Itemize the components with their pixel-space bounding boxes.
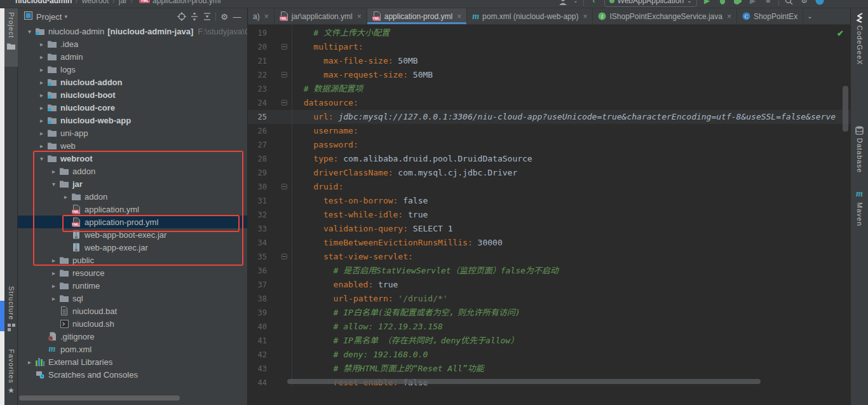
run-configuration-select[interactable]: WebAppApplication ⌄: [604, 0, 697, 7]
code-line-28[interactable]: type: com.alibaba.druid.pool.DruidDataSo…: [294, 152, 532, 166]
nav-breadcrumb-file[interactable]: application-prod.yml: [153, 0, 220, 5]
fold-collapse-icon[interactable]: –: [281, 184, 287, 189]
tree-item-jar[interactable]: ▾jar: [18, 177, 247, 190]
tree-item-runtime[interactable]: ▸runtime: [18, 279, 247, 292]
chevron-right-icon[interactable]: ▸: [36, 92, 47, 99]
tree-item-public[interactable]: ▸public: [18, 254, 247, 266]
code-line-30[interactable]: druid:: [294, 180, 343, 194]
tree-item-logs[interactable]: ▸logs: [18, 63, 247, 76]
code-line-19[interactable]: # 文件上传大小配置: [294, 26, 390, 40]
collapse-all-icon[interactable]: [201, 11, 214, 22]
code-line-21[interactable]: max-file-size: 50MB: [294, 54, 418, 68]
chevron-right-icon[interactable]: ▸: [60, 193, 71, 200]
profiler-button[interactable]: ▶: [748, 0, 758, 6]
chevron-down-icon[interactable]: ▾: [24, 28, 35, 35]
chevron-right-icon[interactable]: ▸: [36, 53, 47, 60]
tree-item-pom-xml[interactable]: mpom.xml: [18, 343, 247, 355]
close-tab-icon[interactable]: ×: [357, 12, 362, 21]
run-button[interactable]: ▶: [702, 0, 712, 6]
tree-item-niucloud-core[interactable]: ▸niucloud-core: [18, 101, 247, 114]
code-line-23[interactable]: # 数据源配置项: [294, 82, 363, 96]
expand-all-icon[interactable]: [188, 11, 201, 22]
code-line-34[interactable]: timeBetweenEvictionRunsMillis: 30000: [294, 236, 503, 250]
editor-tab-shoppointex[interactable]: CShopPointEx: [737, 8, 803, 24]
chevron-right-icon[interactable]: ▸: [48, 270, 59, 277]
close-tab-icon[interactable]: ×: [457, 12, 461, 21]
user-avatar-icon[interactable]: [558, 0, 568, 6]
code-line-20[interactable]: multipart:: [294, 40, 363, 54]
tool-button-maven[interactable]: mMaven: [855, 190, 864, 226]
stop-button[interactable]: ■: [763, 0, 773, 6]
tree-item-niucloud-admin[interactable]: ▾niucloud-admin[niucloud-admin-java]F:\s…: [18, 25, 247, 38]
vertical-scrollbar[interactable]: [843, 86, 848, 132]
tree-item-scratches-and-consoles[interactable]: Scratches and Consoles: [18, 368, 247, 381]
settings-gear-icon[interactable]: ⚙: [799, 0, 810, 6]
nav-breadcrumb-webroot[interactable]: webroot: [82, 0, 109, 5]
tool-button-favorites[interactable]: Favorites ★: [4, 349, 18, 405]
chevron-down-icon[interactable]: ▾: [36, 155, 47, 162]
tree-item-application-prod-yml[interactable]: YMLapplication-prod.yml: [18, 216, 247, 228]
nav-breadcrumb-jar[interactable]: jar: [119, 0, 127, 5]
chevron-right-icon[interactable]: ▸: [48, 257, 59, 264]
close-tab-icon[interactable]: ×: [583, 12, 587, 21]
chevron-right-icon[interactable]: ▸: [36, 79, 47, 86]
code-line-36[interactable]: # 是否启用StatViewServlet（监控页面）false为不启动: [294, 264, 559, 278]
tree-item--gitignore[interactable]: .gitignore: [18, 330, 247, 343]
code-line-42[interactable]: # deny: 192.168.0.0: [294, 348, 428, 362]
project-panel-title[interactable]: Project: [36, 12, 62, 22]
tool-button-codegeex[interactable]: CodeGeeX: [855, 13, 864, 65]
code-line-38[interactable]: url-pattern: '/druid/*': [294, 292, 448, 306]
editor-body[interactable]: 1920–2122–2324–252627282930–3132333435–3…: [248, 25, 850, 387]
tree-item-web-app-exec-jar[interactable]: web-app-exec.jar: [18, 241, 247, 254]
code-line-39[interactable]: # IP白名单(没有配置或者为空，则允许所有访问): [294, 306, 520, 320]
code-line-24[interactable]: datasource:: [294, 96, 358, 110]
chevron-right-icon[interactable]: ▸: [36, 41, 47, 48]
editor-tab-partial-tab[interactable]: a)×: [248, 8, 275, 24]
avatar-dropdown-icon[interactable]: ⌄: [573, 0, 578, 4]
fold-collapse-icon[interactable]: –: [281, 254, 287, 259]
editor-tab-application-prod-yml[interactable]: YMLapplication-prod.yml×: [367, 8, 467, 24]
fold-collapse-icon[interactable]: –: [281, 100, 287, 106]
chevron-right-icon[interactable]: ▸: [36, 142, 47, 149]
code-line-43[interactable]: # 禁用HTML页面上的“Reset All”功能: [294, 362, 484, 376]
fold-collapse-icon[interactable]: –: [281, 72, 287, 78]
code-line-33[interactable]: validation-query: SELECT 1: [294, 222, 452, 236]
tree-item-addon[interactable]: ▸addon: [18, 165, 247, 177]
nav-breadcrumb-project[interactable]: niucloud-admin: [15, 0, 72, 5]
chevron-right-icon[interactable]: ▸: [36, 104, 47, 111]
tree-item-web-app-boot-exec-jar[interactable]: web-app-boot-exec.jar: [18, 228, 247, 241]
panel-settings-gear-icon[interactable]: ⚙: [218, 11, 231, 22]
code-line-37[interactable]: enabled: true: [294, 278, 398, 292]
search-everywhere-icon[interactable]: [784, 0, 794, 6]
tree-horizontal-scrollbar[interactable]: [19, 395, 180, 401]
tree-item-web[interactable]: ▸web: [18, 139, 247, 152]
code-line-25[interactable]: url: jdbc:mysql://127.0.0.1:3306/niu-clo…: [294, 110, 836, 124]
code-line-40[interactable]: # allow: 172.19.23.158: [294, 320, 443, 334]
debug-button[interactable]: [717, 0, 728, 6]
locate-file-icon[interactable]: [175, 11, 188, 22]
chevron-right-icon[interactable]: ▸: [48, 295, 59, 302]
hidden-tabs-dropdown-icon[interactable]: ⌄: [803, 8, 816, 24]
code-line-31[interactable]: test-on-borrow: false: [294, 194, 428, 208]
vcs-update-icon[interactable]: ‹: [589, 0, 599, 6]
tree-item-niucloud-sh[interactable]: niucloud.sh: [18, 317, 247, 330]
tree-item-external-libraries[interactable]: ▸External Libraries: [18, 355, 247, 368]
project-view-dropdown-icon[interactable]: ▾: [64, 13, 67, 20]
fold-collapse-icon[interactable]: –: [281, 44, 287, 50]
chevron-right-icon[interactable]: ▸: [48, 168, 59, 175]
tree-item-sql[interactable]: ▸sql: [18, 292, 247, 305]
tree-item-niucloud-boot[interactable]: ▸niucloud-boot: [18, 88, 247, 101]
chevron-right-icon[interactable]: ▸: [36, 66, 47, 73]
tree-item-niucloud-web-app[interactable]: ▸niucloud-web-app: [18, 114, 247, 127]
tree-item-addon[interactable]: ▸addon: [18, 190, 247, 203]
tree-item-uni-app[interactable]: ▸uni-app: [18, 127, 247, 139]
tree-item-webroot[interactable]: ▾webroot: [18, 152, 247, 165]
chevron-down-icon[interactable]: ▾: [48, 181, 59, 188]
tree-item-resource[interactable]: ▸resource: [18, 266, 247, 279]
code-line-27[interactable]: password:: [294, 138, 358, 152]
code-line-29[interactable]: driverClassName: com.mysql.cj.jdbc.Drive…: [294, 166, 517, 180]
tree-item-niucloud-addon[interactable]: ▸niucloud-addon: [18, 76, 247, 88]
code-line-35[interactable]: stat-view-servlet:: [294, 250, 413, 264]
tool-button-project[interactable]: Project: [4, 8, 18, 67]
chevron-right-icon[interactable]: ▸: [48, 282, 59, 289]
